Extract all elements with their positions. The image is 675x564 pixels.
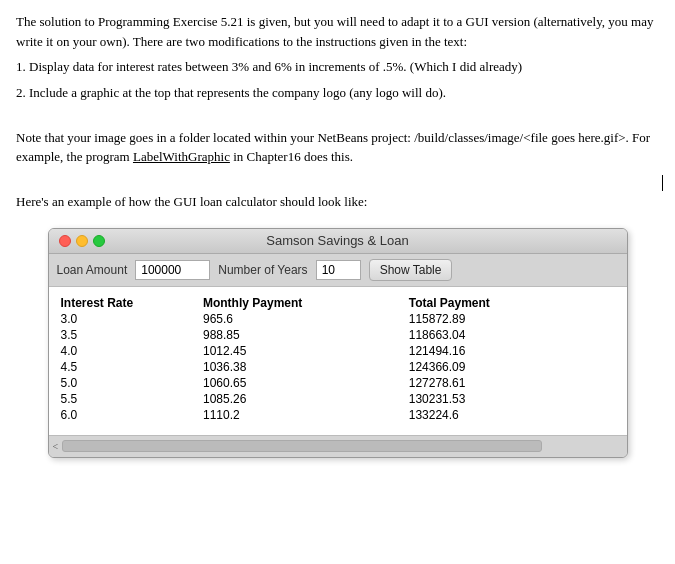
- desc-item2: 2. Include a graphic at the top that rep…: [16, 83, 659, 103]
- table-cell: 1036.38: [203, 359, 409, 375]
- table-cell: 115872.89: [409, 311, 615, 327]
- table-row: 5.51085.26130231.53: [61, 391, 615, 407]
- table-cell: 3.5: [61, 327, 203, 343]
- col-header-total: Total Payment: [409, 295, 615, 311]
- table-cell: 133224.6: [409, 407, 615, 423]
- cursor: [662, 175, 663, 191]
- table-row: 6.01110.2133224.6: [61, 407, 615, 423]
- table-cell: 988.85: [203, 327, 409, 343]
- table-cell: 118663.04: [409, 327, 615, 343]
- table-cell: 1012.45: [203, 343, 409, 359]
- desc-para1: The solution to Programming Exercise 5.2…: [16, 12, 659, 51]
- table-cell: 3.0: [61, 311, 203, 327]
- years-input[interactable]: [316, 260, 361, 280]
- desc-para2-suffix: in Chapter16 does this.: [230, 149, 353, 164]
- loan-table: Interest Rate Monthly Payment Total Paym…: [61, 295, 615, 423]
- desc-para2-underline: LabelWithGraphic: [133, 149, 230, 164]
- desc-para3: Here's an example of how the GUI loan ca…: [16, 192, 659, 212]
- table-cell: 6.0: [61, 407, 203, 423]
- desc-item1: 1. Display data for interest rates betwe…: [16, 57, 659, 77]
- table-row: 4.51036.38124366.09: [61, 359, 615, 375]
- table-cell: 124366.09: [409, 359, 615, 375]
- col-header-monthly: Monthly Payment: [203, 295, 409, 311]
- table-cell: 130231.53: [409, 391, 615, 407]
- window-title: Samson Savings & Loan: [266, 233, 408, 248]
- window-titlebar: Samson Savings & Loan: [49, 229, 627, 254]
- years-label: Number of Years: [218, 263, 307, 277]
- loan-amount-input[interactable]: [135, 260, 210, 280]
- minimize-button-dot[interactable]: [76, 235, 88, 247]
- table-row: 3.0965.6115872.89: [61, 311, 615, 327]
- table-cell: 965.6: [203, 311, 409, 327]
- close-button-dot[interactable]: [59, 235, 71, 247]
- scroll-left-arrow[interactable]: <: [53, 441, 59, 452]
- table-cell: 5.5: [61, 391, 203, 407]
- show-table-button[interactable]: Show Table: [369, 259, 453, 281]
- table-cell: 1110.2: [203, 407, 409, 423]
- table-cell: 1060.65: [203, 375, 409, 391]
- table-cell: 4.5: [61, 359, 203, 375]
- app-window: Samson Savings & Loan Loan Amount Number…: [48, 228, 628, 458]
- description-block: The solution to Programming Exercise 5.2…: [16, 12, 659, 212]
- desc-para2: Note that your image goes in a folder lo…: [16, 128, 659, 167]
- window-toolbar: Loan Amount Number of Years Show Table: [49, 254, 627, 287]
- table-header-row: Interest Rate Monthly Payment Total Paym…: [61, 295, 615, 311]
- table-row: 4.01012.45121494.16: [61, 343, 615, 359]
- table-cell: 127278.61: [409, 375, 615, 391]
- table-cell: 121494.16: [409, 343, 615, 359]
- table-cell: 4.0: [61, 343, 203, 359]
- page-wrapper: The solution to Programming Exercise 5.2…: [0, 0, 675, 564]
- maximize-button-dot[interactable]: [93, 235, 105, 247]
- table-cell: 1085.26: [203, 391, 409, 407]
- window-content: Interest Rate Monthly Payment Total Paym…: [49, 287, 627, 435]
- col-header-rate: Interest Rate: [61, 295, 203, 311]
- horizontal-scrollbar[interactable]: [62, 440, 542, 452]
- traffic-lights: [59, 235, 105, 247]
- table-row: 5.01060.65127278.61: [61, 375, 615, 391]
- table-row: 3.5988.85118663.04: [61, 327, 615, 343]
- table-cell: 5.0: [61, 375, 203, 391]
- loan-amount-label: Loan Amount: [57, 263, 128, 277]
- window-scrollbar: <: [49, 435, 627, 457]
